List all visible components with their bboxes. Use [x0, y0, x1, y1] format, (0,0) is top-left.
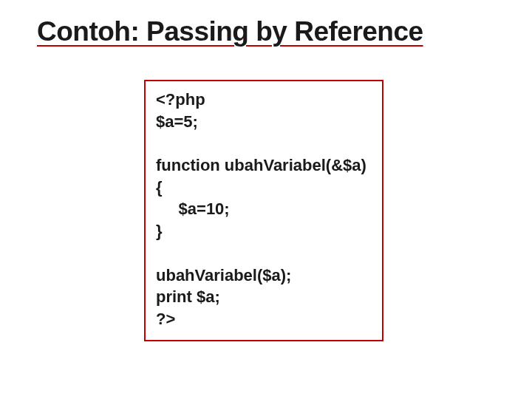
code-box: <?php $a=5; function ubahVariabel(&$a) {… [144, 80, 383, 341]
slide-title: Contoh: Passing by Reference [37, 16, 495, 47]
